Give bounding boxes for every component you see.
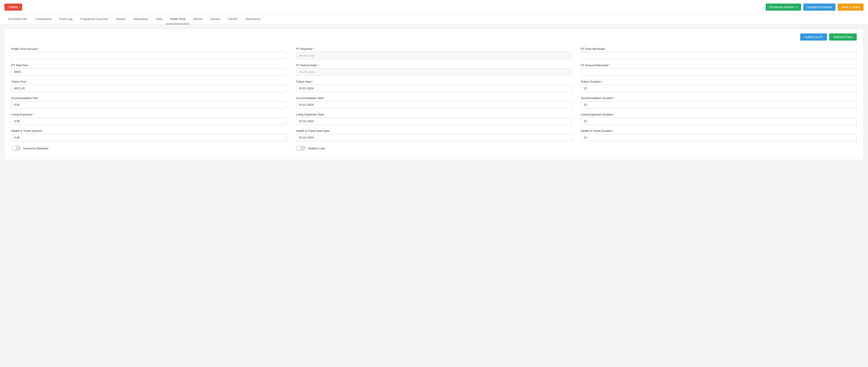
living-expenses-group: Living Expenses*: [11, 113, 287, 125]
health-travel-amount-input[interactable]: [11, 134, 287, 141]
living-expenses-label: Living Expenses*: [11, 113, 287, 116]
pt-total-fee-group: PT Total Fee*: [11, 64, 287, 75]
accommodation-start-input[interactable]: [296, 101, 572, 109]
tuition-duration-label: Tuition Duration*: [581, 80, 857, 83]
living-expenses-start-group: Living Expenses Start: [296, 113, 572, 125]
action-bar: Submit to PT Refresh Fees: [11, 33, 857, 40]
enrolment-actions-label: Enrolment Actions: [769, 5, 794, 9]
pt-fees-received-label: PT Fees Received*: [581, 47, 857, 51]
empty-toggle-cell: [581, 146, 857, 151]
pt-total-fee-label: PT Total Fee*: [11, 64, 287, 67]
tuition-start-group: Tuition Start*: [296, 80, 572, 92]
health-travel-duration-group: Health & Travel Duration*: [581, 129, 857, 141]
top-bar: Delete Enrolment Actions ▼ Update Enrolm…: [0, 0, 868, 14]
accommodation-start-group: Accommodation Start: [296, 96, 572, 109]
refresh-fees-button[interactable]: Refresh Fees: [829, 33, 857, 40]
tab-awards[interactable]: Awards: [112, 14, 129, 24]
accommodation-duration-label: Accommodation Duration*: [581, 96, 857, 100]
health-travel-duration-label: Health & Travel Duration*: [581, 129, 857, 132]
living-expenses-input[interactable]: [11, 118, 287, 125]
tuition-start-input[interactable]: [296, 85, 572, 92]
tab-enrolment-info[interactable]: Enrolment Info: [4, 14, 31, 24]
living-expenses-start-input[interactable]: [296, 118, 572, 125]
pt-refund-date-input[interactable]: [296, 68, 572, 75]
accommodation-duration-group: Accommodation Duration*: [581, 96, 857, 109]
health-travel-amount-group: Health & Travel amount*: [11, 129, 287, 141]
living-expenses-duration-input[interactable]: [581, 118, 857, 125]
pt-reported-group: PT Reported*: [296, 47, 572, 59]
tuition-fee-label: Tuition Fee*: [11, 80, 287, 83]
living-expenses-start-label: Living Expenses Start: [296, 113, 572, 116]
student-loan-label: Student Loan: [308, 147, 325, 150]
tuition-start-label: Tuition Start*: [296, 80, 572, 83]
accommodation-start-label: Accommodation Start: [296, 96, 572, 100]
public-trust-account-group: Public Trust Account*: [11, 47, 287, 59]
pt-reported-label: PT Reported*: [296, 47, 572, 51]
public-trust-account-input[interactable]: [11, 52, 287, 59]
tab-components[interactable]: Components: [31, 14, 56, 24]
top-bar-right: Enrolment Actions ▼ Update Enrolment Bac…: [766, 4, 864, 11]
pt-reported-input[interactable]: [296, 52, 572, 59]
tabs-bar: Enrolment Info Components Event Log Prog…: [0, 14, 868, 24]
tuition-fee-group: Tuition Fee*: [11, 80, 287, 92]
tab-fees[interactable]: Fees: [152, 14, 166, 24]
accommodation-duration-input[interactable]: [581, 101, 857, 109]
accommodation-fee-label: Accommodation Fee*: [11, 96, 287, 100]
delete-button[interactable]: Delete: [4, 4, 22, 11]
tab-classes[interactable]: Classes: [206, 14, 224, 24]
tab-lnaat[interactable]: LNAAT: [224, 14, 242, 24]
pt-amount-refunded-label: PT Amount Refunded*: [581, 64, 857, 67]
toggles-row: Insurance Retained Student Loan: [11, 146, 857, 151]
insurance-retained-group: Insurance Retained: [11, 146, 287, 151]
tab-attendance[interactable]: Attendance: [129, 14, 152, 24]
chevron-down-icon: ▼: [795, 6, 798, 8]
tab-alumni[interactable]: Alumni: [189, 14, 206, 24]
main-content: Submit to PT Refresh Fees Public Trust A…: [4, 29, 864, 160]
tuition-fee-input[interactable]: [11, 85, 287, 92]
living-expenses-duration-group: Living Expenses duration*: [581, 113, 857, 125]
pt-refund-date-group: PT Refund Date*: [296, 64, 572, 75]
living-expenses-duration-label: Living Expenses duration*: [581, 113, 857, 116]
tab-placements[interactable]: Placements: [242, 14, 265, 24]
health-travel-start-date-input[interactable]: [296, 134, 572, 141]
pt-fees-received-group: PT Fees Received*: [581, 47, 857, 59]
insurance-retained-toggle[interactable]: [11, 146, 21, 151]
public-trust-account-label: Public Trust Account*: [11, 47, 287, 51]
tab-programme-outcome[interactable]: Programme Outcome: [76, 14, 112, 24]
accommodation-fee-input[interactable]: [11, 101, 287, 109]
tab-event-log[interactable]: Event Log: [55, 14, 76, 24]
top-bar-left: Delete: [4, 4, 22, 11]
tab-public-trust[interactable]: Public Trust: [166, 14, 189, 24]
tuition-duration-input[interactable]: [581, 85, 857, 92]
insurance-retained-label: Insurance Retained: [23, 147, 48, 150]
form-grid: Public Trust Account* PT Reported* PT Fe…: [11, 47, 857, 141]
health-travel-duration-input[interactable]: [581, 134, 857, 141]
health-travel-start-date-group: Health & Travel Start Date: [296, 129, 572, 141]
student-loan-group: Student Loan: [296, 146, 572, 151]
pt-total-fee-input[interactable]: [11, 68, 287, 75]
enrolment-actions-button[interactable]: Enrolment Actions ▼: [766, 4, 801, 11]
health-travel-start-date-label: Health & Travel Start Date: [296, 129, 572, 132]
pt-amount-refunded-group: PT Amount Refunded*: [581, 64, 857, 75]
student-loan-toggle[interactable]: [296, 146, 306, 151]
tuition-duration-group: Tuition Duration*: [581, 80, 857, 92]
pt-refund-date-label: PT Refund Date*: [296, 64, 572, 67]
pt-amount-refunded-input[interactable]: [581, 68, 857, 75]
update-enrolment-button[interactable]: Update Enrolment: [803, 4, 835, 11]
accommodation-fee-group: Accommodation Fee*: [11, 96, 287, 109]
submit-to-pt-button[interactable]: Submit to PT: [800, 33, 827, 40]
back-to-index-button[interactable]: Back to Index: [838, 4, 864, 11]
health-travel-amount-label: Health & Travel amount*: [11, 129, 287, 132]
pt-fees-received-input[interactable]: [581, 52, 857, 59]
